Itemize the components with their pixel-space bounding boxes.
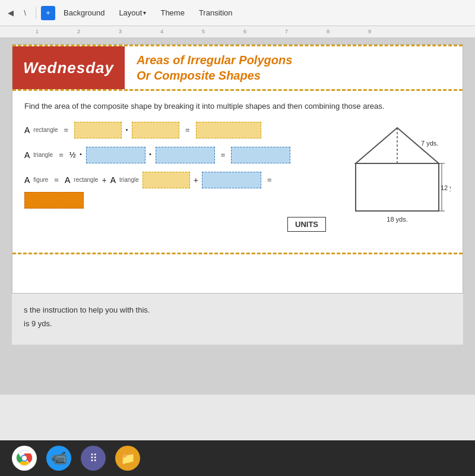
eq2-equals: = <box>59 150 64 159</box>
eq2-box2[interactable] <box>156 147 215 163</box>
eq3-plus: + <box>102 175 106 185</box>
eq1-result-box[interactable] <box>196 122 261 138</box>
slide-title: Areas of Irregular Polygons Or Composite… <box>125 46 304 89</box>
eq3-plus2: + <box>194 175 198 185</box>
taskbar: 📹 ⠿ 📁 <box>0 440 475 476</box>
equation-row-3: A figure = A rectangle + A triangle + = <box>24 172 326 209</box>
background-button[interactable]: Background <box>58 6 110 20</box>
add-icon[interactable]: + <box>41 6 55 20</box>
wednesday-label: Wednesday <box>12 46 125 89</box>
shape-diagram: 7 yds. 12 yds. 18 yds. <box>344 122 451 243</box>
eq1-box2[interactable] <box>132 122 179 138</box>
slash-icon: \ <box>19 7 31 19</box>
eq3-b-sub-label: triangle <box>119 176 139 183</box>
toolbar: ◀ \ + Background Layout Theme Transition <box>0 0 475 26</box>
ruler: 1 2 3 4 5 6 7 8 9 <box>0 26 475 38</box>
slide: Wednesday Areas of Irregular Polygons Or… <box>12 44 463 294</box>
bottom-text1-span: s the instruction to help you with this. <box>24 305 150 314</box>
transition-button[interactable]: Transition <box>193 6 239 20</box>
eq3-result-box[interactable] <box>24 192 84 209</box>
eq2-dot2: · <box>149 149 152 161</box>
eq3-a-sub-label: rectangle <box>74 176 98 183</box>
eq3-b2-label: A <box>110 175 116 185</box>
ruler-mark-9: 9 <box>368 29 371 34</box>
bottom-area: s the instruction to help you with this.… <box>12 294 463 345</box>
svg-text:7 yds.: 7 yds. <box>421 140 438 147</box>
eq2-a-label: A <box>24 150 30 160</box>
units-row: UNITS <box>24 217 326 232</box>
ruler-mark-3: 3 <box>119 29 122 34</box>
eq1-equals2: = <box>185 125 190 134</box>
eq3-equals: = <box>54 175 59 184</box>
eq1-equals: = <box>64 125 68 134</box>
eq3-equals2: = <box>267 175 272 184</box>
toolbar-separator <box>36 7 36 19</box>
ruler-mark-8: 8 <box>327 29 330 34</box>
svg-point-11 <box>22 456 27 461</box>
ruler-mark-7: 7 <box>285 29 288 34</box>
eq1-a-label: A <box>24 125 30 135</box>
eq3-a-label: A <box>24 175 30 185</box>
svg-text:18 yds.: 18 yds. <box>387 216 407 223</box>
ruler-mark-4: 4 <box>160 29 163 34</box>
ruler-marks: 1 2 3 4 5 6 7 8 9 <box>0 26 475 37</box>
title-line2: Or Composite Shapes <box>137 68 292 83</box>
taskbar-folder-icon[interactable]: 📁 <box>115 446 140 471</box>
eq2-box1[interactable] <box>86 147 145 163</box>
units-box: UNITS <box>287 217 326 232</box>
eq2-equals2: = <box>221 150 226 159</box>
eq1-sub-label: rectangle <box>33 127 58 133</box>
slide-content: Find the area of the composite shape by … <box>12 91 463 253</box>
eq3-box2[interactable] <box>202 172 261 188</box>
ruler-mark-1: 1 <box>36 29 39 34</box>
taskbar-grid-icon[interactable]: ⠿ <box>81 446 106 471</box>
eq1-dot: · <box>125 125 128 135</box>
eq2-dot1: · <box>80 149 83 161</box>
equations-area: A rectangle = · = A triangle = <box>24 122 451 243</box>
bottom-text-2: is 9 yds. <box>24 319 451 328</box>
eq3-box1[interactable] <box>142 172 190 188</box>
shape-svg: 7 yds. 12 yds. 18 yds. <box>344 122 451 241</box>
svg-text:12 yds.: 12 yds. <box>441 184 451 191</box>
main-area: Wednesday Areas of Irregular Polygons Or… <box>0 38 475 395</box>
bottom-text2-span: is 9 yds. <box>24 319 52 328</box>
taskbar-chrome-icon[interactable] <box>12 446 37 471</box>
theme-button[interactable]: Theme <box>154 6 190 20</box>
eq3-a2-label: A <box>65 175 70 185</box>
taskbar-video-icon[interactable]: 📹 <box>46 446 71 471</box>
eq2-half: ½ <box>69 150 76 159</box>
eq3-sub-label: figure <box>33 176 48 183</box>
ruler-mark-5: 5 <box>202 29 205 34</box>
eq1-box1[interactable] <box>74 122 122 138</box>
ruler-mark-6: 6 <box>243 29 246 34</box>
back-icon[interactable]: ◀ <box>5 7 17 19</box>
instruction-text: Find the area of the composite shape by … <box>24 100 451 112</box>
equation-row-2: A triangle = ½ · · = <box>24 147 326 163</box>
layout-button[interactable]: Layout <box>113 6 152 20</box>
eq2-sub-label: triangle <box>33 152 53 158</box>
bottom-text-1: s the instruction to help you with this. <box>24 305 451 314</box>
eq2-result-box[interactable] <box>231 147 290 163</box>
title-line1: Areas of Irregular Polygons <box>137 52 292 68</box>
equations-left: A rectangle = · = A triangle = <box>24 122 326 232</box>
svg-rect-2 <box>356 163 439 211</box>
ruler-mark-2: 2 <box>77 29 80 34</box>
equation-row-1: A rectangle = · = <box>24 122 326 138</box>
